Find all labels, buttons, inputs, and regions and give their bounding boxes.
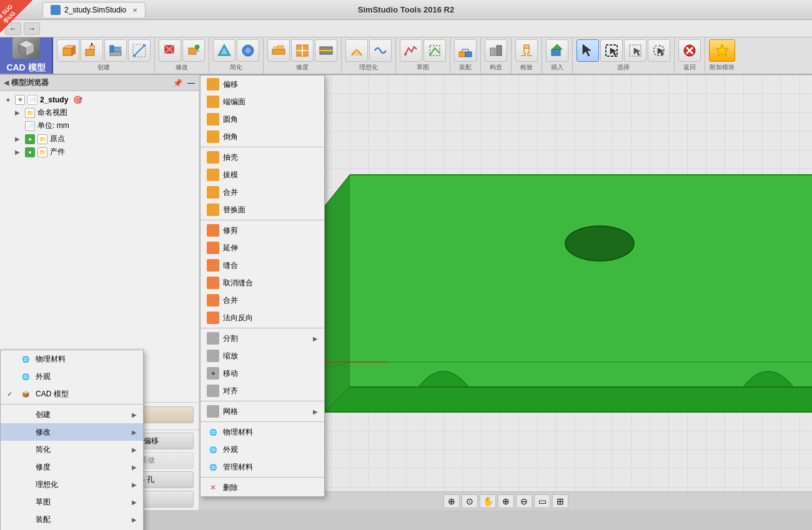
submenu-bamo[interactable]: 拔模 <box>201 166 324 184</box>
tree-root-item[interactable]: ▼ 👁 📄 2_study 🎯 <box>2 94 196 106</box>
submenu-duiqi[interactable]: 对齐 <box>201 382 324 400</box>
menu-zhuangpei[interactable]: 装配 ▶ <box>1 511 143 528</box>
sidebar-pin-button[interactable]: 📌 <box>173 79 182 87</box>
wangge-label: 网格 <box>223 406 238 417</box>
menu-xiudu[interactable]: 修度 ▶ <box>1 458 143 476</box>
submenu-pianyi[interactable]: 偏移 <box>201 76 324 93</box>
gouzao-btn1[interactable] <box>485 39 507 62</box>
submenu-tihuanmian[interactable]: 替换面 <box>201 201 324 218</box>
caotu-btn1[interactable] <box>400 39 422 62</box>
view-options-button[interactable]: ▭ <box>534 494 550 508</box>
tree-part[interactable]: ▶ ● 📁 产件 <box>2 145 196 159</box>
lixianghua-btn2[interactable] <box>369 39 392 62</box>
simplify-btn2[interactable] <box>237 39 259 62</box>
zoom-out-button[interactable]: ⊖ <box>516 494 532 508</box>
simplify-btn1[interactable] <box>213 39 235 62</box>
menu-wuli-cailiao[interactable]: 🌐 物理材料 <box>1 350 143 368</box>
tree-units[interactable]: ▶ 📄 单位: mm <box>2 119 196 132</box>
tree-folder3-icon: 📁 <box>37 134 47 144</box>
gouzao-buttons <box>485 39 507 62</box>
tree-expand-icon[interactable]: ▼ <box>5 97 12 104</box>
tree-expand-icon4[interactable]: ▶ <box>15 135 22 142</box>
orbit-button[interactable]: ⊙ <box>462 494 478 508</box>
create-pull-button[interactable] <box>81 39 103 62</box>
tree-origin[interactable]: ▶ ● 📁 原点 <box>2 132 196 145</box>
submenu-duanbiamian[interactable]: 端编面 <box>201 93 324 110</box>
xiudu-btn1[interactable] <box>267 39 290 62</box>
select-arrow-button[interactable] <box>577 39 599 62</box>
return-buttons <box>678 39 701 62</box>
menu-caotu-label: 草图 <box>36 497 51 508</box>
xiudu-btn3[interactable] <box>315 39 337 62</box>
modify-delete-button[interactable] <box>159 39 181 62</box>
tree-named-views[interactable]: ▶ 📁 命名视图 <box>2 106 196 119</box>
submenu-daojiao[interactable]: 倒角 <box>201 128 324 145</box>
svg-rect-21 <box>189 48 196 54</box>
svg-rect-11 <box>110 52 121 56</box>
submenu-shanchu[interactable]: ✕ 删除 <box>201 479 324 496</box>
zoom-in-button[interactable]: ⊕ <box>498 494 514 508</box>
submenu-wangge[interactable]: 网格 ▶ <box>201 403 324 420</box>
submenu-fenge[interactable]: 分割 ▶ <box>201 330 324 347</box>
lixianghua-btn1[interactable] <box>345 39 368 62</box>
modify-add-button[interactable] <box>182 39 205 62</box>
submenu-yidong[interactable]: ✛ 移动 <box>201 365 324 382</box>
charu-label: 插入 <box>551 63 563 72</box>
jianyan-buttons <box>515 39 538 62</box>
menu-jianhua[interactable]: 简化 ▶ <box>1 441 143 458</box>
cad-model-panel[interactable]: CAD 模型 <box>0 37 53 74</box>
wuli2-icon: 🌐 <box>207 426 219 438</box>
pan-button[interactable]: ✋ <box>480 494 496 508</box>
charu-btn1[interactable] <box>546 39 568 62</box>
select-box2-button[interactable] <box>624 39 646 62</box>
submenu-xiujian[interactable]: 修剪 <box>201 222 324 239</box>
submenu-yanshen[interactable]: 延伸 <box>201 239 324 257</box>
menu-caotu[interactable]: 草图 ▶ <box>1 493 143 511</box>
menu-waiguan[interactable]: 🌐 外观 <box>1 368 143 385</box>
submenu-quxiao-fenghe[interactable]: 取消缝合 <box>201 274 324 292</box>
svg-marker-10 <box>91 43 93 44</box>
toolbar-section-jianyan: 检验 <box>512 37 542 74</box>
submenu-faxiang-fanxiang[interactable]: 法向反向 <box>201 309 324 326</box>
file-tab[interactable]: 2_study.SimStudio ✕ <box>42 2 146 17</box>
submenu-suofang[interactable]: 缩放 <box>201 347 324 365</box>
xiujian-icon <box>207 224 219 237</box>
menu-chuangjian[interactable]: 创建 ▶ <box>1 406 143 423</box>
select-lasso-button[interactable] <box>648 39 670 62</box>
jianyan-btn1[interactable] <box>515 39 538 62</box>
tab-icon <box>51 5 61 15</box>
create-extrude-button[interactable] <box>104 39 127 62</box>
create-box-button[interactable] <box>57 39 79 62</box>
sidebar-collapse-button[interactable]: ◀ <box>4 79 9 87</box>
tab-close-button[interactable]: ✕ <box>132 7 137 14</box>
submenu-hebing2[interactable]: 合并 <box>201 292 324 309</box>
caotu2-icon <box>19 496 32 508</box>
fenghe-icon <box>207 259 219 272</box>
submenu-waiguan2[interactable]: 🌐 外观 <box>201 441 324 458</box>
submenu-sep3 <box>201 328 324 328</box>
sidebar-close-button[interactable]: — <box>187 79 195 87</box>
tree-expand-icon2[interactable]: ▶ <box>15 109 22 116</box>
submenu-chuke[interactable]: 抽壳 <box>201 149 324 166</box>
submenu-yuanjiao[interactable]: 圆角 <box>201 110 324 128</box>
menu-xiugai[interactable]: 修改 ▶ <box>1 423 143 441</box>
fujia-btn1[interactable] <box>709 39 735 62</box>
wuli2-label: 物理材料 <box>223 427 253 438</box>
grid-button[interactable]: ⊞ <box>552 494 568 508</box>
tree-expand-icon5[interactable]: ▶ <box>15 149 22 155</box>
submenu-hebing[interactable]: 合并 <box>201 184 324 201</box>
submenu-guanli[interactable]: 🌐 管理材料 <box>201 458 324 476</box>
svg-rect-29 <box>274 47 277 49</box>
select-box-button[interactable] <box>600 39 623 62</box>
create-sketch-button[interactable] <box>128 39 151 62</box>
fit-view-button[interactable]: ⊕ <box>443 494 460 508</box>
menu-lixianghua[interactable]: 理想化 ▶ <box>1 476 143 493</box>
zhuangpei-btn1[interactable] <box>454 39 477 62</box>
submenu-wuli2[interactable]: 🌐 物理材料 <box>201 423 324 441</box>
return-btn1[interactable] <box>678 39 701 62</box>
xiudu-btn2[interactable] <box>291 39 314 62</box>
submenu-fenghe[interactable]: 缝合 <box>201 257 324 274</box>
viewport[interactable]: 偏移 端编面 圆角 倒角 抽壳 拔模 <box>200 75 812 510</box>
caotu-btn2[interactable] <box>423 39 446 62</box>
menu-cad-moxing[interactable]: ✓ 📦 CAD 模型 <box>1 385 143 403</box>
